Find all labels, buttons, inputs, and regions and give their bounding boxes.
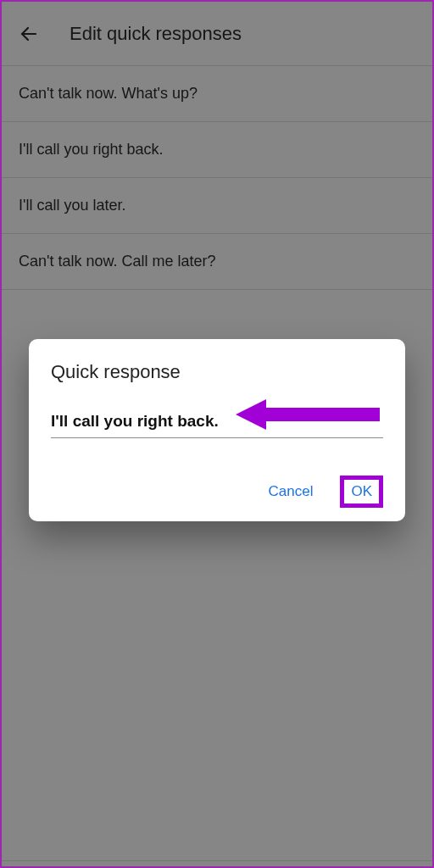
input-wrap [51,409,383,438]
dialog-actions: Cancel OK [51,476,383,508]
dialog-title: Quick response [51,361,383,383]
response-input[interactable] [51,409,383,438]
edit-response-dialog: Quick response Cancel OK [29,339,405,521]
cancel-button[interactable]: Cancel [262,476,320,507]
ok-button[interactable]: OK [351,483,372,500]
annotation-highlight: OK [340,476,383,508]
